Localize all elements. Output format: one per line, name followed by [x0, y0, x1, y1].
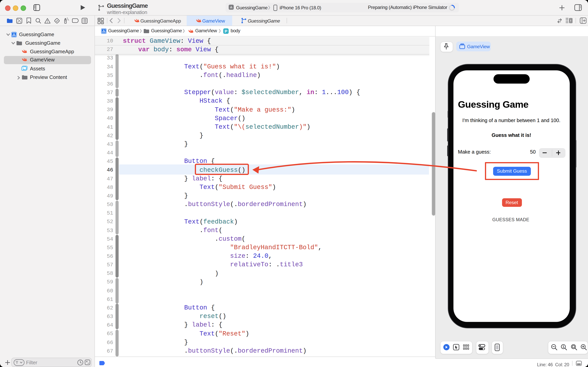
svg-text:1: 1 — [562, 345, 564, 349]
